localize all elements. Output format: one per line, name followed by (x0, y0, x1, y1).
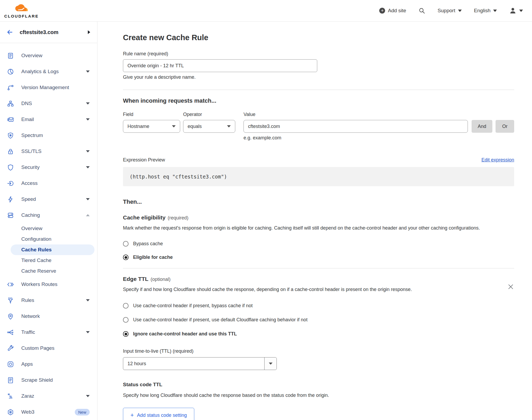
site-expand-icon[interactable] (88, 30, 90, 34)
rule-name-input[interactable] (123, 59, 317, 72)
chevron-down-icon (458, 10, 462, 12)
cache-stack-icon (7, 212, 14, 219)
edge-ttl-heading: Edge TTL(optional) (123, 276, 514, 282)
close-icon[interactable] (507, 283, 514, 290)
cache-eligibility-description: Mark whether the request's response from… (123, 224, 514, 232)
and-button[interactable]: And (472, 120, 492, 133)
sidebar-item-dns[interactable]: DNS (0, 95, 97, 111)
account-menu[interactable] (509, 7, 523, 14)
login-arrow-icon (7, 180, 14, 187)
ttl-select[interactable]: 12 hours (123, 357, 277, 370)
expression-code: (http.host eq "cftestsite3.com") (123, 167, 514, 186)
sidebar-item-access[interactable]: Access (0, 175, 97, 191)
sidebar-subitem-caching-overview[interactable]: Overview (11, 223, 94, 234)
or-button[interactable]: Or (496, 120, 514, 133)
radio-icon[interactable] (123, 241, 129, 247)
cloudflare-wordmark: CLOUDFLARE (4, 14, 39, 18)
back-arrow-icon[interactable] (6, 29, 13, 36)
cloudflare-cloud-icon (14, 4, 30, 13)
sidebar-item-caching[interactable]: Caching (0, 207, 97, 223)
edit-expression-link[interactable]: Edit expression (481, 157, 514, 163)
add-status-code-button[interactable]: + Add status code setting (123, 408, 194, 420)
section-divider (123, 268, 514, 268)
sidebar-item-workers-routes[interactable]: Workers Routes (0, 276, 97, 292)
sidebar-nav: Overview Analytics & Logs Version Manage… (0, 43, 97, 420)
radio-cache-control-bypass[interactable]: Use cache-control header if present, byp… (123, 303, 514, 309)
document-icon (7, 377, 14, 384)
shield-icon (7, 164, 14, 171)
filter-icon (7, 297, 14, 304)
radio-cache-control-default[interactable]: Use cache-control header if present, use… (123, 317, 514, 323)
envelope-icon (7, 116, 14, 123)
site-switcher[interactable]: cftestsite3.com (0, 22, 97, 43)
sidebar-item-custom-pages[interactable]: Custom Pages (0, 340, 97, 356)
edge-ttl-section: Edge TTL(optional) Specify if and how lo… (123, 276, 514, 420)
sidebar: cftestsite3.com Overview Analytics & Log… (0, 22, 97, 420)
chevron-down-icon (86, 118, 90, 120)
radio-ignore-cache-control[interactable]: Ignore cache-control header and use this… (123, 331, 514, 337)
plus-circle-icon: + (379, 8, 385, 14)
caching-submenu: Overview Configuration Cache Rules Tiere… (0, 223, 97, 276)
sidebar-item-spectrum[interactable]: Spectrum (0, 127, 97, 143)
sidebar-item-ssl-tls[interactable]: SSL/TLS (0, 143, 97, 159)
optional-qualifier: (optional) (151, 277, 171, 282)
stacked-bars-icon (7, 393, 14, 400)
sidebar-item-traffic[interactable]: Traffic (0, 324, 97, 340)
sidebar-item-speed[interactable]: Speed (0, 191, 97, 207)
radio-icon[interactable] (123, 303, 129, 309)
select-arrow-segment[interactable] (264, 357, 277, 370)
sidebar-subitem-cache-reserve[interactable]: Cache Reserve (11, 266, 94, 276)
chevron-down-icon (519, 10, 523, 12)
hexagon-snowflake-icon (7, 409, 14, 416)
edge-ttl-description: Specify if and how long Cloudflare shoul… (123, 285, 440, 293)
value-label: Value (244, 112, 468, 117)
share-network-icon (7, 329, 14, 336)
sidebar-subitem-cache-rules[interactable]: Cache Rules (11, 244, 94, 255)
operator-select[interactable]: equals (183, 120, 235, 133)
topbar: CLOUDFLARE + Add site Support English (0, 0, 532, 22)
rule-name-label: Rule name (required) (123, 51, 168, 56)
required-qualifier: (required) (168, 215, 188, 221)
support-menu[interactable]: Support (438, 8, 462, 14)
radio-icon-selected[interactable] (123, 255, 129, 260)
radio-icon-selected[interactable] (123, 331, 129, 337)
status-code-ttl-heading: Status code TTL (123, 382, 514, 388)
chevron-up-icon (86, 214, 90, 216)
radio-icon[interactable] (123, 317, 129, 323)
language-menu[interactable]: English (474, 8, 497, 14)
sidebar-item-analytics-logs[interactable]: Analytics & Logs (0, 64, 97, 80)
code-brackets-icon (7, 281, 14, 288)
value-input[interactable] (244, 120, 468, 133)
chevron-down-icon (86, 299, 90, 301)
chevron-down-icon (86, 150, 90, 152)
sidebar-item-security[interactable]: Security (0, 159, 97, 175)
rule-name-help: Give your rule a descriptive name. (123, 74, 514, 80)
clipboard-icon (7, 52, 14, 59)
chevron-down-icon (86, 395, 90, 397)
sidebar-item-overview[interactable]: Overview (0, 48, 97, 64)
chevron-down-icon (227, 125, 231, 127)
lightning-icon (7, 196, 14, 203)
chevron-down-icon (86, 70, 90, 73)
add-site-button[interactable]: + Add site (379, 8, 406, 14)
sidebar-subitem-configuration[interactable]: Configuration (11, 234, 94, 244)
sidebar-item-web3[interactable]: Web3 New (0, 404, 97, 420)
cloudflare-logo[interactable]: CLOUDFLARE (4, 3, 39, 18)
wrench-icon (7, 345, 14, 352)
sidebar-item-zaraz[interactable]: Zaraz (0, 388, 97, 404)
value-help: e.g. example.com (244, 135, 514, 141)
field-select[interactable]: Hostname (123, 120, 180, 133)
match-row: Field Hostname Operator equals Value And… (123, 112, 514, 133)
operator-label: Operator (183, 112, 235, 117)
sidebar-item-version-management[interactable]: Version Management (0, 80, 97, 95)
sidebar-item-email[interactable]: Email (0, 111, 97, 127)
sidebar-item-scrape-shield[interactable]: Scrape Shield (0, 372, 97, 388)
main-content: Create new Cache Rule Rule name (require… (98, 22, 532, 420)
sidebar-item-rules[interactable]: Rules (0, 292, 97, 308)
sidebar-item-apps[interactable]: Apps (0, 356, 97, 372)
sidebar-item-network[interactable]: Network (0, 308, 97, 324)
sidebar-subitem-tiered-cache[interactable]: Tiered Cache (11, 255, 94, 266)
search-icon[interactable] (418, 7, 425, 14)
radio-bypass-cache[interactable]: Bypass cache (123, 241, 514, 247)
radio-eligible-for-cache[interactable]: Eligible for cache (123, 255, 514, 260)
